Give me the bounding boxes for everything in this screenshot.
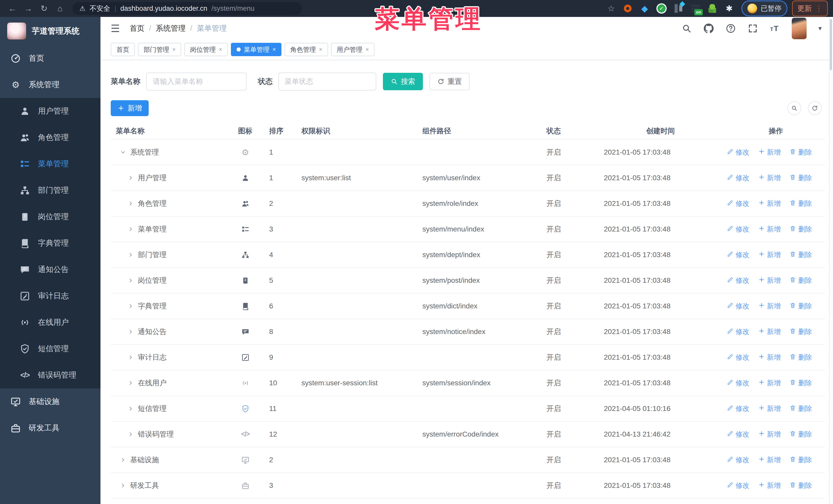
- close-icon[interactable]: ×: [272, 46, 276, 53]
- expand-arrow-icon[interactable]: [120, 457, 126, 463]
- row-edit-link[interactable]: 修改: [727, 481, 749, 490]
- extension-check-icon[interactable]: ✓: [656, 3, 667, 14]
- table-row[interactable]: 用户管理 1 system:user:list system/user/inde…: [111, 165, 825, 191]
- row-delete-link[interactable]: 删除: [789, 250, 812, 259]
- row-edit-link[interactable]: 修改: [727, 148, 749, 157]
- expand-arrow-icon[interactable]: [128, 200, 134, 207]
- sidebar-item-在线用户[interactable]: 在线用户: [0, 309, 100, 336]
- reset-button[interactable]: 重置: [430, 73, 470, 90]
- row-add-link[interactable]: 新增: [758, 481, 781, 490]
- row-add-link[interactable]: 新增: [758, 199, 781, 208]
- hamburger-icon[interactable]: ☰: [111, 23, 120, 34]
- row-add-link[interactable]: 新增: [758, 378, 781, 388]
- menu-name-input[interactable]: [146, 73, 246, 91]
- sidebar-item-首页[interactable]: 首页: [0, 45, 100, 72]
- breadcrumb-item[interactable]: 首页: [130, 23, 145, 33]
- row-edit-link[interactable]: 修改: [727, 302, 749, 311]
- chevron-down-icon[interactable]: ▾: [818, 24, 822, 32]
- extension-gem-icon[interactable]: ◆: [639, 3, 650, 14]
- search-button[interactable]: 搜索: [383, 73, 423, 90]
- tab-首页[interactable]: 首页: [111, 43, 135, 56]
- sidebar-item-岗位管理[interactable]: 岗位管理: [0, 203, 100, 230]
- row-delete-link[interactable]: 删除: [789, 148, 812, 157]
- row-add-link[interactable]: 新增: [758, 353, 781, 362]
- table-row[interactable]: 字典管理 6 system/dict/index 开启 2021-01-05 1…: [111, 293, 825, 319]
- row-edit-link[interactable]: 修改: [727, 224, 749, 234]
- home-icon[interactable]: ⌂: [53, 2, 67, 15]
- tab-岗位管理[interactable]: 岗位管理×: [184, 43, 228, 56]
- row-edit-link[interactable]: 修改: [727, 199, 749, 208]
- close-icon[interactable]: ×: [172, 46, 175, 53]
- expand-arrow-icon[interactable]: [128, 252, 134, 258]
- browser-menu-icon[interactable]: ⋮: [815, 4, 823, 13]
- expand-arrow-icon[interactable]: [128, 278, 134, 284]
- row-add-link[interactable]: 新增: [758, 250, 781, 259]
- expand-arrow-icon[interactable]: [128, 354, 134, 360]
- tab-角色管理[interactable]: 角色管理×: [285, 43, 328, 56]
- sidebar-item-菜单管理[interactable]: 菜单管理: [0, 151, 100, 177]
- help-icon[interactable]: [725, 23, 736, 33]
- row-delete-link[interactable]: 删除: [789, 455, 812, 464]
- row-delete-link[interactable]: 删除: [789, 378, 812, 388]
- expand-arrow-icon[interactable]: [128, 226, 134, 232]
- row-delete-link[interactable]: 删除: [789, 173, 812, 183]
- row-delete-link[interactable]: 删除: [789, 224, 812, 234]
- browser-update-button[interactable]: 更新 ⋮: [792, 1, 828, 17]
- table-row[interactable]: 系统管理 ⚙ 1 开启 2021-01-05 17:03:48 修改新增删除: [111, 140, 825, 165]
- toggle-search-button[interactable]: [787, 101, 801, 115]
- row-add-link[interactable]: 新增: [758, 404, 781, 413]
- bookmark-star-icon[interactable]: ☆: [608, 4, 615, 13]
- scrollbar-thumb[interactable]: [830, 19, 832, 70]
- row-delete-link[interactable]: 删除: [789, 430, 812, 439]
- expand-arrow-icon[interactable]: [128, 329, 134, 335]
- sidebar-item-短信管理[interactable]: 短信管理: [0, 336, 100, 362]
- github-icon[interactable]: [704, 23, 714, 33]
- row-delete-link[interactable]: 删除: [789, 327, 812, 336]
- table-row[interactable]: 通知公告 8 system/notice/index 开启 2021-01-05…: [111, 319, 825, 345]
- row-delete-link[interactable]: 删除: [789, 404, 812, 413]
- sidebar-item-基础设施[interactable]: 基础设施: [0, 388, 100, 415]
- row-edit-link[interactable]: 修改: [727, 353, 749, 362]
- table-row[interactable]: 岗位管理 5 system/post/index 开启 2021-01-05 1…: [111, 268, 825, 293]
- row-edit-link[interactable]: 修改: [727, 378, 749, 388]
- sidebar-item-用户管理[interactable]: 用户管理: [0, 98, 100, 124]
- breadcrumb-item[interactable]: 系统管理: [156, 23, 186, 33]
- fullscreen-icon[interactable]: [748, 23, 758, 33]
- user-avatar[interactable]: [792, 18, 807, 39]
- row-edit-link[interactable]: 修改: [727, 430, 749, 439]
- expand-arrow-icon[interactable]: [128, 303, 134, 309]
- app-logo[interactable]: 芋道管理系统: [0, 17, 100, 45]
- expand-arrow-icon[interactable]: [128, 380, 134, 386]
- profile-paused-badge[interactable]: 已暂停: [741, 1, 787, 17]
- sidebar-item-角色管理[interactable]: 角色管理: [0, 124, 100, 151]
- row-delete-link[interactable]: 删除: [789, 199, 812, 208]
- search-icon[interactable]: [682, 23, 692, 33]
- expand-arrow-icon[interactable]: [128, 406, 134, 412]
- table-row[interactable]: 短信管理 11 开启 2021-04-05 01:10:16 修改新增删除: [111, 396, 825, 422]
- row-edit-link[interactable]: 修改: [727, 276, 749, 285]
- sidebar-item-系统管理[interactable]: ⚙系统管理: [0, 72, 100, 98]
- sidebar-item-审计日志[interactable]: 审计日志: [0, 283, 100, 309]
- expand-arrow-icon[interactable]: [120, 149, 126, 155]
- sidebar-item-部门管理[interactable]: 部门管理: [0, 177, 100, 203]
- row-add-link[interactable]: 新增: [758, 173, 781, 183]
- close-icon[interactable]: ×: [365, 46, 369, 53]
- row-delete-link[interactable]: 删除: [789, 276, 812, 285]
- sidebar-item-错误码管理[interactable]: </>错误码管理: [0, 362, 100, 388]
- back-icon[interactable]: ←: [5, 2, 20, 15]
- extension-onebadge-icon[interactable]: on: [689, 3, 701, 14]
- row-add-link[interactable]: 新增: [758, 224, 781, 234]
- sidebar-item-通知公告[interactable]: 通知公告: [0, 256, 100, 283]
- expand-arrow-icon[interactable]: [128, 431, 134, 437]
- add-button[interactable]: 新增: [111, 100, 149, 116]
- row-delete-link[interactable]: 删除: [789, 481, 812, 490]
- row-add-link[interactable]: 新增: [758, 430, 781, 439]
- table-row[interactable]: 审计日志 9 开启 2021-01-05 17:03:48 修改新增删除: [111, 345, 825, 370]
- extension-plant-icon[interactable]: [706, 3, 718, 14]
- row-add-link[interactable]: 新增: [758, 148, 781, 157]
- row-add-link[interactable]: 新增: [758, 455, 781, 464]
- table-row[interactable]: 在线用户 10 system:user-session:list system/…: [111, 370, 825, 396]
- sidebar-item-字典管理[interactable]: 字典管理: [0, 230, 100, 256]
- close-icon[interactable]: ×: [219, 46, 222, 53]
- table-row[interactable]: 角色管理 2 system/role/index 开启 2021-01-05 1…: [111, 191, 825, 217]
